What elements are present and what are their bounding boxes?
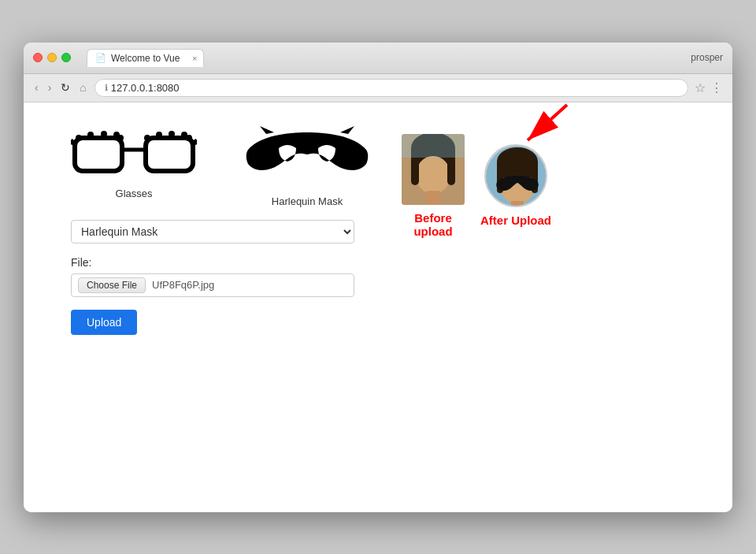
after-label: After Upload: [480, 214, 551, 228]
after-image: [484, 144, 547, 207]
right-panel: Before upload: [402, 126, 685, 335]
tab-close-icon[interactable]: ×: [192, 54, 197, 63]
svg-marker-15: [260, 126, 274, 134]
file-label: File:: [71, 256, 370, 269]
toolbar-right: ☆ ⋮: [695, 80, 723, 95]
after-label-text: After Upload: [480, 214, 551, 227]
glasses-icon: [71, 126, 197, 181]
after-face-svg: [486, 146, 547, 207]
before-label-line2: upload: [413, 225, 452, 238]
page-content: Glasses Harlequin Mask: [24, 102, 732, 512]
upload-button[interactable]: Upload: [71, 310, 137, 335]
page-inner: Glasses Harlequin Mask: [71, 126, 685, 335]
mask-select[interactable]: Glasses Harlequin Mask: [71, 220, 354, 244]
before-section: Before upload: [402, 134, 465, 238]
svg-rect-21: [411, 158, 419, 185]
svg-point-5: [76, 135, 82, 141]
dropdown-row: Glasses Harlequin Mask: [71, 220, 370, 244]
svg-point-7: [101, 131, 107, 137]
svg-point-14: [186, 135, 192, 141]
images-row: Before upload: [402, 134, 551, 238]
before-image: [402, 134, 465, 205]
home-button[interactable]: ⌂: [78, 81, 87, 94]
svg-point-12: [169, 131, 175, 137]
profile-name: prosper: [691, 52, 723, 63]
file-name: UfP8Fq6P.jpg: [152, 279, 214, 291]
svg-point-20: [416, 156, 450, 194]
svg-point-10: [144, 135, 150, 141]
before-label: Before upload: [413, 211, 452, 238]
images-container: Before upload: [402, 134, 551, 238]
tab-icon: 📄: [95, 53, 106, 63]
file-input-wrapper: Choose File UfP8Fq6P.jpg: [71, 273, 354, 297]
glasses-label: Glasses: [116, 188, 153, 199]
svg-point-6: [87, 132, 94, 138]
after-section: After Upload: [480, 144, 551, 228]
arrow-svg: [480, 101, 575, 148]
svg-rect-24: [402, 134, 465, 158]
active-tab[interactable]: 📄 Welcome to Vue ×: [87, 49, 204, 67]
harlequin-mask-option: Harlequin Mask: [244, 126, 370, 207]
svg-rect-23: [427, 191, 439, 205]
close-button[interactable]: [33, 53, 43, 62]
harlequin-mask-icon: [244, 126, 370, 189]
svg-rect-0: [75, 138, 122, 171]
back-button[interactable]: ‹: [33, 81, 40, 94]
svg-rect-33: [511, 201, 524, 207]
lock-icon: ℹ: [105, 83, 108, 93]
maximize-button[interactable]: [61, 53, 71, 62]
browser-window: 📄 Welcome to Vue × prosper ‹ › ↻ ⌂ ℹ 127…: [24, 43, 732, 512]
svg-line-26: [528, 105, 567, 140]
file-row: File: Choose File UfP8Fq6P.jpg: [71, 256, 370, 297]
url-text: 127.0.0.1:8080: [111, 82, 180, 94]
titlebar: 📄 Welcome to Vue × prosper: [24, 43, 732, 74]
before-label-line1: Before: [413, 211, 452, 225]
refresh-button[interactable]: ↻: [59, 81, 72, 94]
svg-rect-1: [146, 138, 193, 171]
tab-bar: 📄 Welcome to Vue ×: [87, 49, 683, 67]
harlequin-label: Harlequin Mask: [272, 195, 343, 207]
svg-point-9: [117, 135, 124, 141]
svg-point-11: [156, 132, 162, 138]
mask-options: Glasses Harlequin Mask: [71, 126, 370, 207]
left-panel: Glasses Harlequin Mask: [71, 126, 370, 335]
choose-file-button[interactable]: Choose File: [78, 277, 146, 293]
before-face-svg: [402, 134, 465, 205]
glasses-option: Glasses: [71, 126, 197, 207]
address-bar: ‹ › ↻ ⌂ ℹ 127.0.0.1:8080 ☆ ⋮: [24, 74, 732, 102]
tab-title: Welcome to Vue: [111, 53, 180, 64]
svg-marker-16: [340, 126, 354, 134]
url-box[interactable]: ℹ 127.0.0.1:8080: [94, 79, 688, 97]
traffic-lights: [33, 53, 71, 62]
svg-rect-22: [447, 158, 455, 185]
minimize-button[interactable]: [47, 53, 57, 62]
star-icon[interactable]: ☆: [695, 80, 706, 95]
forward-button[interactable]: ›: [46, 81, 54, 94]
menu-icon[interactable]: ⋮: [710, 80, 723, 95]
